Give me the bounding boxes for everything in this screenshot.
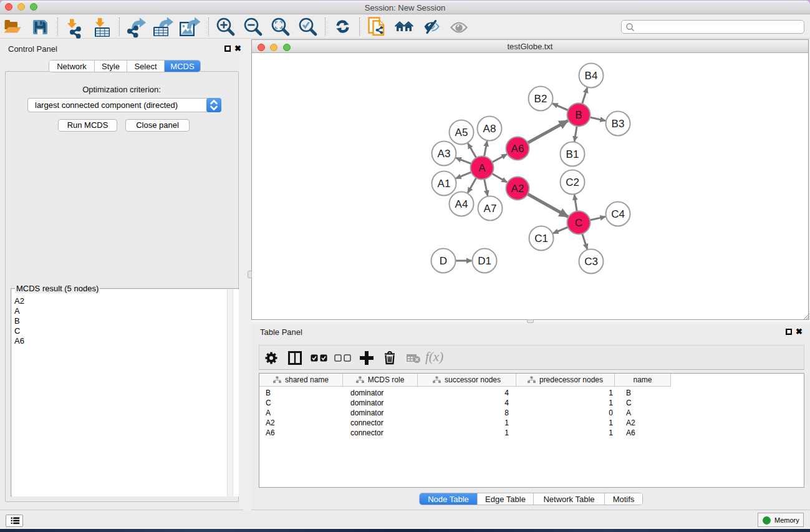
svg-text:A: A: [478, 162, 486, 174]
svg-text:C4: C4: [611, 208, 625, 220]
svg-text:A6: A6: [511, 143, 524, 155]
svg-text:B2: B2: [534, 93, 547, 105]
svg-text:B1: B1: [566, 148, 579, 160]
svg-text:A3: A3: [438, 148, 451, 160]
svg-text:A8: A8: [483, 123, 496, 135]
svg-text:C2: C2: [566, 177, 579, 188]
svg-text:A5: A5: [455, 127, 468, 138]
svg-text:D: D: [440, 255, 447, 267]
svg-text:A4: A4: [455, 198, 468, 210]
svg-text:A2: A2: [511, 183, 524, 195]
svg-text:B: B: [575, 109, 582, 121]
svg-text:B4: B4: [585, 70, 598, 82]
svg-text:C: C: [575, 217, 582, 229]
svg-text:A7: A7: [484, 203, 497, 215]
svg-text:D1: D1: [478, 255, 491, 267]
svg-text:A1: A1: [438, 178, 451, 190]
svg-text:B3: B3: [612, 118, 625, 130]
svg-text:C1: C1: [534, 233, 548, 244]
svg-text:C3: C3: [584, 256, 598, 268]
